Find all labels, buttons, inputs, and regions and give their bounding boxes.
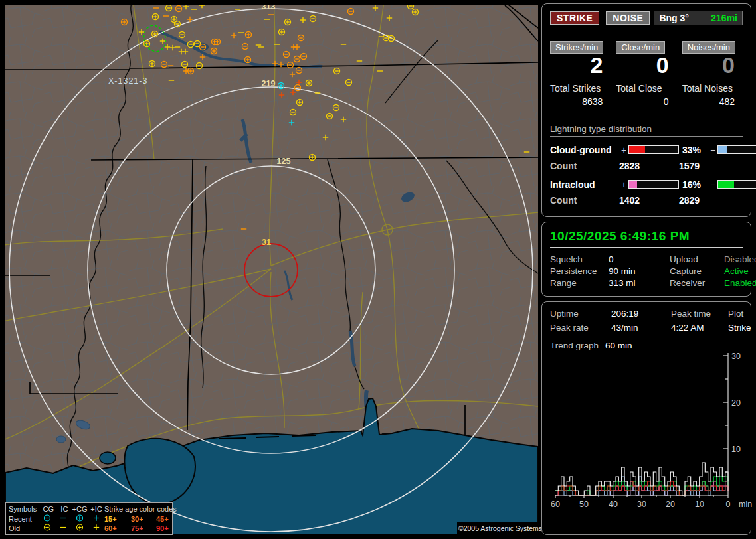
ic-plus-bar (628, 180, 679, 189)
map-legend: Symbols -CG -IC +CG +IC Strike age color… (5, 502, 173, 535)
legend-col-neg-cg: -CG (39, 505, 55, 513)
x-unit-label: min (739, 500, 752, 509)
uptime-value: 206:19 (611, 309, 671, 319)
total-close-label: Total Close (616, 83, 676, 94)
upload-value: Disabled (724, 254, 756, 264)
ytick-10: 10 (731, 445, 741, 454)
cg-plus-pct: 33% (679, 145, 708, 155)
ic-plus-pct: 16% (679, 179, 708, 190)
bearing-bar: Bng 3° 216mi (654, 11, 743, 25)
noises-per-min-value: 0 (682, 54, 743, 78)
xtick-20: 20 (666, 500, 675, 509)
old-pos-cg-icon (71, 523, 88, 533)
status-panel: 10/25/2025 6:49:16 PM Squelch 0 Upload D… (541, 222, 751, 297)
legend-symbols-header: Symbols (9, 505, 39, 513)
noise-button[interactable]: NOISE (606, 11, 650, 25)
xtick-10: 10 (695, 500, 704, 509)
counters-panel: STRIKE NOISE Bng 3° 216mi Strikes/min Cl… (541, 3, 751, 217)
age-30: 30+ (131, 515, 156, 523)
ring-label-313: 313 (262, 5, 276, 11)
legend-col-pos-cg: +CG (71, 505, 88, 513)
plus-sign: + (619, 145, 628, 155)
age-15: 15+ (104, 515, 131, 523)
xtick-50: 50 (579, 500, 589, 509)
receiver-value: Enabled (724, 278, 756, 288)
distribution-title: Lightning type distribution (550, 124, 743, 137)
old-pos-ic-icon (88, 523, 104, 533)
squelch-value: 0 (609, 254, 670, 264)
cloud-ground-label: Cloud-ground (550, 145, 619, 155)
upload-label: Upload (670, 254, 724, 264)
recent-neg-cg-icon (39, 514, 55, 524)
total-noises-label: Total Noises (682, 83, 743, 94)
xtick-40: 40 (609, 500, 618, 509)
cg-minus-count: 1579 (679, 161, 756, 171)
bearing-range: 216mi (711, 13, 737, 23)
ic-minus-bar (717, 180, 756, 189)
persistence-value: 90 min (609, 266, 670, 276)
plot-label: Plot (728, 309, 751, 319)
capture-value: Active (724, 266, 756, 276)
squelch-label: Squelch (550, 254, 609, 264)
total-strikes-label: Total Strikes (550, 83, 611, 94)
recent-neg-ic-icon (55, 514, 71, 524)
capture-label: Capture (670, 266, 724, 276)
total-noises-value: 482 (682, 96, 743, 107)
map-canvas: 313 219 125 31 X-1321-3 (5, 5, 538, 534)
ring-label-31: 31 (262, 238, 271, 247)
range-label: Range (550, 278, 609, 288)
plot-value: Strike (728, 323, 751, 333)
ic-count-label: Count (550, 195, 619, 206)
datetime-display: 10/25/2025 6:49:16 PM (550, 229, 743, 248)
ic-plus-count: 1402 (619, 195, 679, 206)
age-90: 90+ (156, 524, 179, 532)
lightning-map[interactable]: 313 219 125 31 X-1321-3 (5, 5, 538, 534)
stats-panel: Uptime 206:19 Peak time Plot Peak rate 4… (541, 301, 751, 535)
trend-graph-label: Trend graph (550, 341, 599, 350)
ytick-30: 30 (731, 352, 741, 361)
minus-sign: − (708, 145, 717, 155)
peak-time-label: Peak time (671, 309, 728, 319)
ring-label-219: 219 (262, 79, 276, 88)
copyright-text: ©2005 Astrogenic Systems (457, 522, 543, 534)
xtick-60: 60 (551, 500, 560, 509)
receiver-label: Receiver (670, 278, 724, 288)
storm-cell-label: X-1321-3 (108, 76, 147, 86)
age-60: 60+ (104, 524, 131, 532)
uptime-label: Uptime (550, 309, 611, 319)
trend-graph: 30 20 10 60 50 40 30 20 10 0 min (550, 350, 755, 519)
cg-minus-bar (717, 145, 756, 154)
recent-pos-cg-icon (71, 514, 88, 524)
legend-age-header: Strike age color codes (104, 505, 179, 513)
trend-graph-value: 60 min (605, 341, 632, 350)
bearing-label: Bng 3° (659, 13, 689, 23)
total-strikes-value: 8638 (550, 96, 611, 107)
xtick-30: 30 (637, 500, 646, 509)
ic-minus-count: 2829 (679, 195, 756, 206)
peak-rate-value: 43/min (611, 323, 671, 333)
intracloud-label: Intracloud (550, 179, 619, 190)
old-neg-cg-icon (39, 523, 55, 533)
legend-recent-label: Recent (9, 515, 39, 523)
strikes-per-min-value: 2 (550, 54, 611, 78)
peak-time-value: 4:22 AM (671, 323, 728, 333)
trend-series-lines (555, 463, 728, 495)
peak-rate-label: Peak rate (550, 323, 611, 333)
plus-sign: + (619, 179, 628, 190)
age-45: 45+ (156, 515, 179, 523)
close-per-min-value: 0 (616, 54, 676, 78)
nexstorm-window: { "header": { "strike_button": "STRIKE",… (0, 0, 756, 539)
persistence-label: Persistence (550, 266, 609, 276)
legend-col-pos-ic: +IC (88, 505, 104, 513)
range-value: 313 mi (609, 278, 670, 288)
legend-old-label: Old (9, 524, 39, 532)
total-close-value: 0 (616, 96, 676, 107)
age-75: 75+ (131, 524, 156, 532)
minus-sign: − (708, 179, 717, 190)
old-neg-ic-icon (55, 523, 71, 533)
strike-button[interactable]: STRIKE (550, 11, 599, 25)
legend-col-neg-ic: -IC (55, 505, 71, 513)
xtick-0: 0 (726, 500, 731, 509)
cg-plus-bar (628, 145, 679, 154)
cg-plus-count: 2828 (619, 161, 679, 171)
